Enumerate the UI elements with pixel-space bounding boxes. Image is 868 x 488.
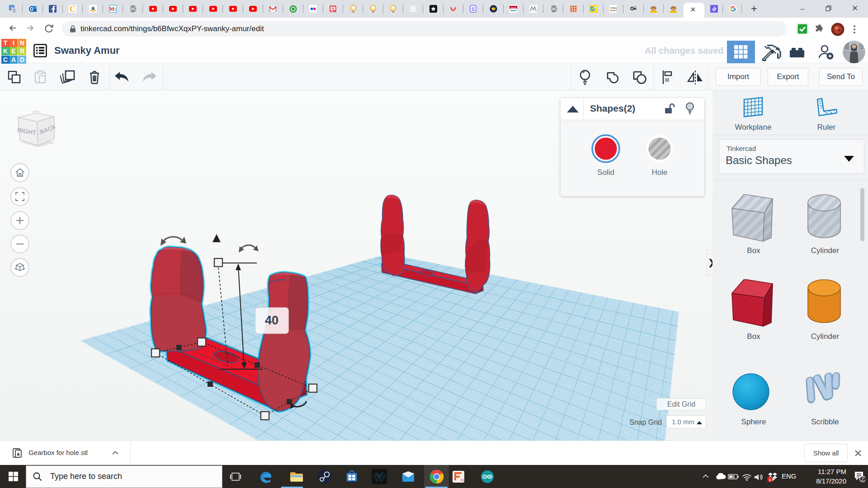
svg-text:C: C xyxy=(70,5,75,13)
svg-text:M:: M: xyxy=(109,6,116,12)
svg-text:S: S xyxy=(472,6,475,12)
svg-text:A: A xyxy=(617,7,617,9)
svg-text:4kdz: 4kdz xyxy=(510,9,516,12)
svg-text:文: 文 xyxy=(12,8,16,13)
svg-text:1: 1 xyxy=(769,478,771,482)
svg-text:360: 360 xyxy=(460,479,464,482)
svg-text:a: a xyxy=(91,5,94,11)
svg-text:beca: beca xyxy=(511,6,516,9)
svg-text:40: 40 xyxy=(265,314,278,327)
svg-text:2: 2 xyxy=(861,476,864,482)
